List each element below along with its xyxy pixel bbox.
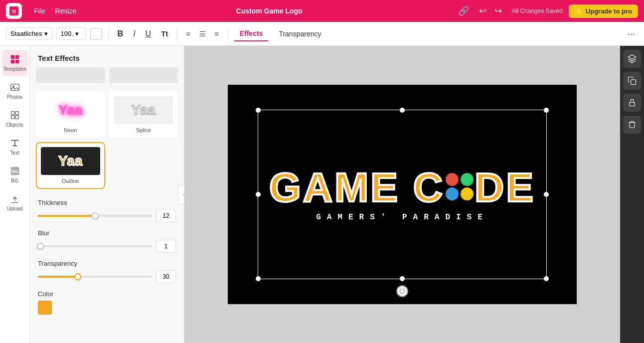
blur-slider[interactable]: [38, 245, 152, 247]
main-area: Templates Photos Objects Text: [0, 46, 644, 343]
blur-label: Blur: [38, 229, 176, 237]
neon-preview: Yaa: [41, 96, 100, 124]
thickness-slider[interactable]: [38, 215, 152, 217]
handle-ml[interactable]: [256, 192, 261, 197]
outline-label: Outline: [62, 178, 79, 184]
transparency-value[interactable]: [156, 270, 176, 283]
upload-label: Upload: [7, 206, 23, 211]
handle-mr[interactable]: [544, 192, 549, 197]
text-case-button[interactable]: Tt: [158, 27, 171, 40]
transparency-tab[interactable]: Transparency: [273, 27, 327, 41]
align-right-button[interactable]: ≡: [212, 28, 221, 39]
redo-button[interactable]: ↪: [492, 3, 504, 18]
upload-icon: [9, 193, 20, 204]
svg-rect-11: [15, 116, 18, 119]
blur-control: Blur: [38, 229, 176, 253]
upgrade-button[interactable]: ⭐ Upgrade to pro: [569, 4, 638, 18]
lock-icon: [628, 98, 637, 107]
transparency-thumb[interactable]: [74, 273, 81, 280]
effect-outline[interactable]: Yaa Outline: [36, 142, 105, 189]
more-options-button[interactable]: ⋯: [625, 27, 638, 40]
neon-label: Neon: [64, 127, 77, 133]
chevron-down-icon2: ▾: [75, 30, 79, 37]
sidebar-item-upload[interactable]: Upload: [2, 189, 28, 215]
font-size-selector[interactable]: 100. ▾: [56, 27, 86, 40]
canvas-area[interactable]: GAME C DE GAMERS' PARADISE: [184, 46, 620, 343]
svg-rect-3: [15, 55, 18, 59]
game-logo: GAME C DE: [269, 167, 535, 208]
file-menu[interactable]: File: [30, 5, 49, 17]
effects-tab[interactable]: Effects: [234, 26, 269, 41]
handle-tr[interactable]: [544, 108, 549, 113]
text-label: Text: [10, 150, 19, 156]
layers-button[interactable]: [623, 50, 641, 68]
blur-input-row: [38, 240, 176, 253]
svg-rect-5: [15, 60, 18, 63]
handle-tm[interactable]: [400, 108, 405, 113]
background-icon: BG: [9, 166, 20, 176]
thickness-value[interactable]: [156, 209, 176, 222]
toolbar: Staatliches ▾ 100. ▾ B I U Tt ≡ ☰ ≡ Effe…: [0, 22, 644, 46]
sidebar-item-photos[interactable]: Photos: [2, 78, 28, 104]
handle-tl[interactable]: [256, 108, 261, 113]
objects-icon: [9, 110, 20, 121]
bold-button[interactable]: B: [115, 27, 127, 40]
undo-button[interactable]: ↩: [477, 3, 488, 18]
thickness-thumb[interactable]: [92, 212, 99, 219]
thickness-fill: [38, 215, 95, 217]
handle-br[interactable]: [544, 276, 549, 281]
font-selector[interactable]: Staatliches ▾: [6, 27, 52, 40]
lock-button[interactable]: [623, 94, 641, 112]
sidebar: Templates Photos Objects Text: [0, 46, 30, 343]
align-center-button[interactable]: ☰: [197, 28, 208, 39]
effect-splice[interactable]: Yaa Splice: [109, 91, 178, 138]
svg-rect-15: [630, 102, 635, 106]
sidebar-item-text[interactable]: Text: [2, 134, 28, 160]
app-logo: H: [6, 3, 22, 19]
delete-icon: [628, 120, 637, 129]
resize-menu[interactable]: Resize: [51, 5, 81, 17]
rotate-icon: [399, 288, 406, 295]
sidebar-item-templates[interactable]: Templates: [2, 50, 28, 76]
text-color-picker[interactable]: [90, 28, 102, 40]
panel-collapse-button[interactable]: ‹: [178, 184, 184, 204]
dot-blue: [446, 187, 459, 200]
italic-button[interactable]: I: [130, 27, 138, 40]
transparency-control: Transparency: [38, 260, 176, 283]
underline-button[interactable]: U: [143, 27, 155, 40]
transparency-slider[interactable]: [38, 276, 152, 278]
handle-bm[interactable]: [400, 276, 405, 281]
link-icon[interactable]: 🔗: [458, 5, 469, 16]
right-panel: [620, 46, 644, 343]
save-status: All Changes Saved: [512, 7, 563, 14]
blur-value[interactable]: [156, 240, 176, 253]
thickness-input-row: [38, 209, 176, 222]
handle-bl[interactable]: [256, 276, 261, 281]
rotate-handle[interactable]: [396, 285, 408, 297]
divider3: [227, 27, 228, 41]
thickness-control: Thickness: [38, 199, 176, 222]
sidebar-item-objects[interactable]: Objects: [2, 106, 28, 132]
background-label: BG: [11, 178, 18, 183]
align-left-button[interactable]: ≡: [183, 28, 192, 39]
chevron-down-icon: ▾: [44, 30, 48, 37]
transparency-fill: [38, 276, 78, 278]
sidebar-item-background[interactable]: BG BG: [2, 162, 28, 187]
effect-neon[interactable]: Yaa Neon: [36, 91, 105, 138]
splice-preview: Yaa: [114, 96, 173, 124]
logo-text-part1: GAME C: [269, 167, 445, 208]
photos-icon: [9, 82, 20, 93]
text-icon: [9, 138, 20, 149]
undo-redo-group: ↩ ↪: [477, 3, 504, 18]
outline-preview: Yaa: [41, 147, 100, 175]
transparency-input-row: [38, 270, 176, 283]
dot-yellow: [461, 187, 474, 200]
layers-icon: [628, 54, 637, 63]
svg-rect-4: [10, 60, 14, 63]
color-swatch[interactable]: [38, 301, 52, 315]
blur-thumb[interactable]: [37, 243, 44, 250]
delete-button[interactable]: [623, 116, 641, 134]
copy-button[interactable]: [623, 72, 641, 90]
dot-green: [461, 173, 474, 186]
splice-label: Splice: [136, 127, 151, 133]
